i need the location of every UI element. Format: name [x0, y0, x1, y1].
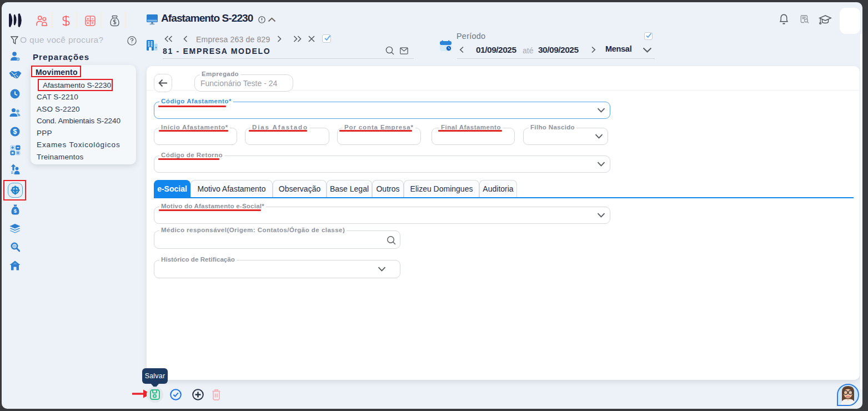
- svg-text:$: $: [13, 128, 17, 136]
- svg-text:$: $: [14, 208, 17, 214]
